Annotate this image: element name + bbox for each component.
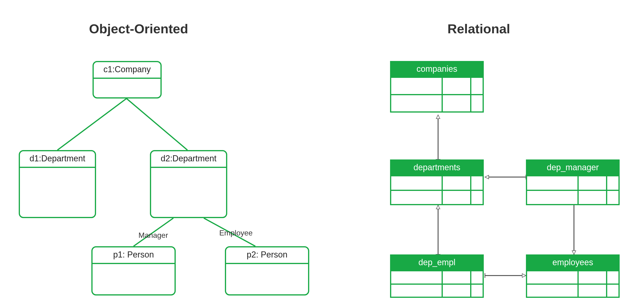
oo-node-d2-department: d2:Department (150, 150, 227, 218)
oo-node-label: d2:Department (151, 151, 226, 168)
rel-table-employees: employees (526, 254, 620, 298)
rel-table-header: departments (391, 161, 482, 176)
rel-table-dep-empl: dep_empl (390, 254, 484, 298)
oo-node-p1-person: p1: Person (91, 246, 176, 295)
edge-label-employee: Employee (218, 229, 254, 237)
rel-table-body (527, 271, 618, 297)
rel-table-body (391, 271, 482, 297)
rel-table-body (527, 176, 618, 204)
rel-table-dep-manager: dep_manager (526, 159, 620, 205)
edge-label-manager: Manager (137, 231, 170, 240)
oo-node-p2-person: p2: Person (225, 246, 309, 295)
oo-node-label: d1:Department (20, 151, 95, 168)
svg-line-1 (58, 99, 126, 150)
rel-table-header: dep_empl (391, 256, 482, 271)
oo-node-label: c1:Company (94, 62, 160, 79)
rel-table-departments: departments (390, 159, 484, 205)
title-relational: Relational (448, 21, 510, 36)
rel-table-header: dep_manager (527, 161, 618, 176)
oo-node-label: p1: Person (92, 247, 174, 264)
oo-node-c1-company: c1:Company (92, 61, 162, 99)
rel-table-companies: companies (390, 61, 484, 113)
oo-node-label: p2: Person (226, 247, 308, 264)
rel-table-body (391, 78, 482, 111)
svg-line-2 (126, 99, 188, 150)
title-object-oriented: Object-Oriented (89, 21, 188, 36)
rel-table-body (391, 176, 482, 204)
oo-node-d1-department: d1:Department (19, 150, 96, 218)
rel-table-header: companies (391, 62, 482, 78)
rel-table-header: employees (527, 256, 618, 271)
